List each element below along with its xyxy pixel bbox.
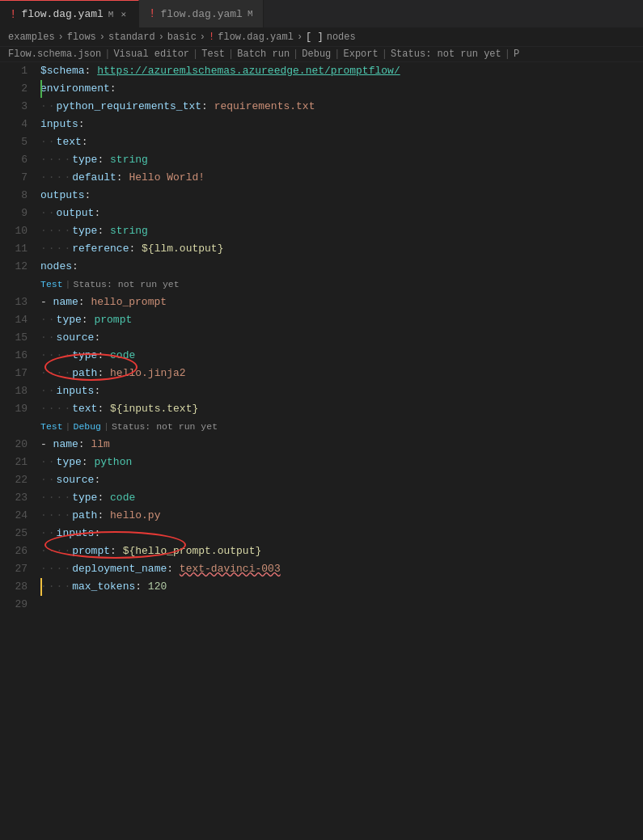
code-token: ·· bbox=[40, 136, 57, 148]
action-debug[interactable]: Debug bbox=[302, 49, 331, 60]
code-token: : bbox=[85, 189, 91, 201]
code-token: ···· bbox=[40, 154, 72, 166]
code-token: : bbox=[94, 331, 100, 344]
code-token: default bbox=[72, 171, 116, 184]
line-number: 17 bbox=[0, 365, 40, 382]
line-number: 20 bbox=[0, 436, 40, 454]
code-token: code bbox=[110, 349, 135, 361]
action-batch-run[interactable]: Batch run bbox=[237, 49, 290, 60]
breadcrumb: examples › flows › standard › basic › ! … bbox=[0, 28, 643, 47]
action-p[interactable]: P bbox=[514, 49, 519, 60]
code-token: python_requirements_txt bbox=[57, 100, 201, 112]
line-number: 1 bbox=[0, 62, 40, 80]
line-number: 14 bbox=[0, 311, 40, 329]
overlay-separator: | bbox=[66, 279, 71, 289]
code-token: python bbox=[94, 456, 132, 468]
code-token: ···· bbox=[40, 171, 72, 184]
overlay-action-btn[interactable]: Debug bbox=[74, 421, 102, 432]
line-number: 18 bbox=[0, 382, 40, 400]
code-token: source bbox=[57, 331, 95, 344]
bc-nodes[interactable]: nodes bbox=[327, 32, 356, 43]
action-sep-3: | bbox=[228, 49, 234, 60]
line-content: - name: hello_prompt bbox=[40, 293, 643, 311]
code-token: : bbox=[82, 136, 88, 148]
code-token: ···· bbox=[40, 509, 72, 521]
line-number: 2 bbox=[0, 80, 40, 98]
line-content: ··python_requirements_txt: requirements.… bbox=[40, 98, 643, 116]
action-visual-editor[interactable]: Visual editor bbox=[113, 49, 189, 60]
tab-close-button[interactable]: ✕ bbox=[118, 8, 129, 20]
code-token: prompt bbox=[94, 314, 132, 326]
tab-label-1: flow.dag.yaml bbox=[21, 8, 103, 20]
code-token: inputs bbox=[57, 527, 95, 539]
code-token: inputs bbox=[40, 118, 78, 130]
editor-area: 1$schema: https://azuremlschemas.azureed… bbox=[0, 62, 643, 614]
code-token: string bbox=[110, 225, 148, 237]
line-content: ····reference: ${llm.output} bbox=[40, 240, 643, 258]
file-icon: ! bbox=[209, 32, 214, 43]
code-token: ···· bbox=[40, 563, 72, 575]
line-content: ····text: ${inputs.text} bbox=[40, 400, 643, 418]
code-token: ·· bbox=[40, 385, 57, 397]
action-sep-6: | bbox=[382, 49, 387, 60]
editor-line: 1$schema: https://azuremlschemas.azureed… bbox=[0, 62, 643, 80]
line-number: 29 bbox=[0, 596, 40, 614]
code-token: hello.py bbox=[110, 509, 160, 521]
editor-line: 20- name: llm bbox=[0, 436, 643, 454]
action-schema[interactable]: Flow.schema.json bbox=[8, 49, 101, 60]
code-token: ···· bbox=[40, 243, 72, 255]
code-token: inputs bbox=[57, 385, 95, 397]
code-token: ${inputs.text} bbox=[110, 403, 198, 415]
code-token: path bbox=[72, 509, 97, 521]
line-number: 27 bbox=[0, 560, 40, 578]
code-token: : bbox=[72, 260, 78, 272]
line-content: ··type: python bbox=[40, 454, 643, 471]
line-content: ····prompt: ${hello_prompt.output} bbox=[40, 542, 643, 560]
bc-filename[interactable]: flow.dag.yaml bbox=[218, 32, 294, 43]
action-status: Status: not run yet bbox=[391, 49, 501, 60]
code-token: environment bbox=[40, 82, 110, 95]
code-token: ···· bbox=[40, 403, 72, 415]
code-token: : bbox=[116, 171, 129, 184]
action-test[interactable]: Test bbox=[201, 49, 225, 60]
code-token: hello_prompt bbox=[91, 296, 167, 308]
overlay-action-btn[interactable]: Test bbox=[40, 279, 63, 289]
code-token: type bbox=[72, 225, 97, 237]
bc-standard[interactable]: standard bbox=[108, 32, 155, 43]
editor-line: 18··inputs: bbox=[0, 382, 643, 400]
editor-line: 4inputs: bbox=[0, 116, 643, 133]
line-content: $schema: https://azuremlschemas.azureedg… bbox=[40, 62, 643, 80]
line-content: environment: bbox=[40, 80, 643, 98]
line-content: inputs: bbox=[40, 116, 643, 133]
overlay-content: Test|Status: not run yet bbox=[40, 276, 643, 293]
line-content: ····deployment_name: text-davinci-003 bbox=[40, 560, 643, 578]
editor-line: 26····prompt: ${hello_prompt.output} bbox=[0, 542, 643, 560]
line-number: 16 bbox=[0, 347, 40, 365]
tab-bar: ! flow.dag.yaml M ✕ ! flow.dag.yaml M bbox=[0, 0, 643, 28]
code-token: - bbox=[40, 438, 53, 450]
bc-examples[interactable]: examples bbox=[8, 32, 55, 43]
overlay-content: Test|Debug|Status: not run yet bbox=[40, 418, 643, 436]
green-border bbox=[40, 80, 42, 98]
line-content: ····type: string bbox=[40, 222, 643, 240]
code-token: : bbox=[82, 314, 95, 326]
code-token: name bbox=[53, 438, 78, 450]
action-export[interactable]: Export bbox=[344, 49, 379, 60]
code-token: : bbox=[97, 367, 110, 379]
code-token: : bbox=[78, 118, 85, 130]
code-token: path bbox=[72, 367, 97, 379]
action-sep-5: | bbox=[334, 49, 340, 60]
code-token: deployment_name bbox=[72, 563, 167, 575]
code-token: : bbox=[97, 492, 110, 504]
bc-basic[interactable]: basic bbox=[167, 32, 197, 43]
tab-flow-dag-inactive[interactable]: ! flow.dag.yaml M bbox=[139, 0, 263, 27]
code-token: ·· bbox=[40, 456, 57, 468]
tab-flow-dag-active[interactable]: ! flow.dag.yaml M ✕ bbox=[0, 0, 139, 27]
code-token: reference bbox=[72, 243, 129, 255]
bc-flows[interactable]: flows bbox=[67, 32, 96, 43]
overlay-action-btn[interactable]: Test bbox=[40, 421, 63, 432]
editor-line: 2environment: bbox=[0, 80, 643, 98]
line-content: ····path: hello.jinja2 bbox=[40, 365, 643, 382]
editor-line: 28····max_tokens: 120 bbox=[0, 578, 643, 596]
line-number: 23 bbox=[0, 489, 40, 507]
